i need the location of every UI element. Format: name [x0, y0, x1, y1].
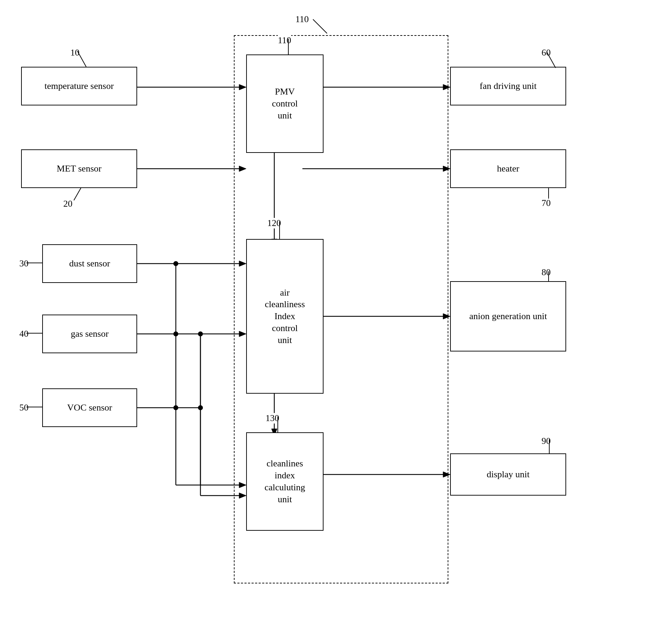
- svg-line-31: [313, 19, 327, 33]
- ref-100: 110: [295, 14, 309, 25]
- met-sensor-block: MET sensor: [21, 149, 137, 188]
- ref-50-line: [26, 405, 44, 409]
- gas-sensor-block: gas sensor: [42, 315, 137, 353]
- temperature-sensor-block: temperature sensor: [21, 67, 137, 105]
- anion-generation-unit-block: anion generation unit: [450, 281, 566, 351]
- ref-20-line: [74, 188, 88, 202]
- junction-voc-2: [198, 405, 203, 410]
- svg-line-33: [74, 188, 81, 200]
- display-unit-block: display unit: [450, 453, 566, 496]
- ref-30-line: [26, 261, 44, 265]
- svg-line-32: [77, 51, 86, 67]
- ref-100-line: [313, 19, 334, 37]
- ref-120-line: [280, 221, 294, 241]
- ref-40-line: [26, 331, 44, 335]
- junction-gas: [173, 331, 178, 336]
- junction-gas-2: [198, 331, 203, 336]
- fan-driving-unit-block: fan driving unit: [450, 67, 566, 105]
- ref-130-line: [278, 416, 292, 434]
- voc-sensor-block: VOC sensor: [42, 388, 137, 427]
- ref-10-line: [77, 51, 91, 69]
- junction-voc: [173, 405, 178, 410]
- diagram: 110 temperature sensor 10 MET sensor 20 …: [0, 0, 672, 620]
- ref-110-line: [288, 39, 302, 56]
- dust-sensor-block: dust sensor: [42, 244, 137, 283]
- ref-20: 20: [63, 199, 72, 209]
- ref-60-line: [547, 52, 561, 70]
- air-cleanliness-block: air cleanliness Index control unit: [246, 239, 324, 394]
- ref-90-line: [549, 439, 563, 455]
- heater-block: heater: [450, 149, 566, 188]
- ref-70-line: [549, 188, 563, 200]
- ref-130: 130: [265, 413, 279, 424]
- ref-120: 120: [267, 218, 281, 228]
- pmv-control-unit-block: PMV control unit: [246, 54, 324, 153]
- svg-line-40: [547, 52, 556, 68]
- ref-80-line: [549, 271, 563, 284]
- cleanlines-index-block: cleanlines index calculuting unit: [246, 432, 324, 531]
- junction-dust: [173, 261, 178, 266]
